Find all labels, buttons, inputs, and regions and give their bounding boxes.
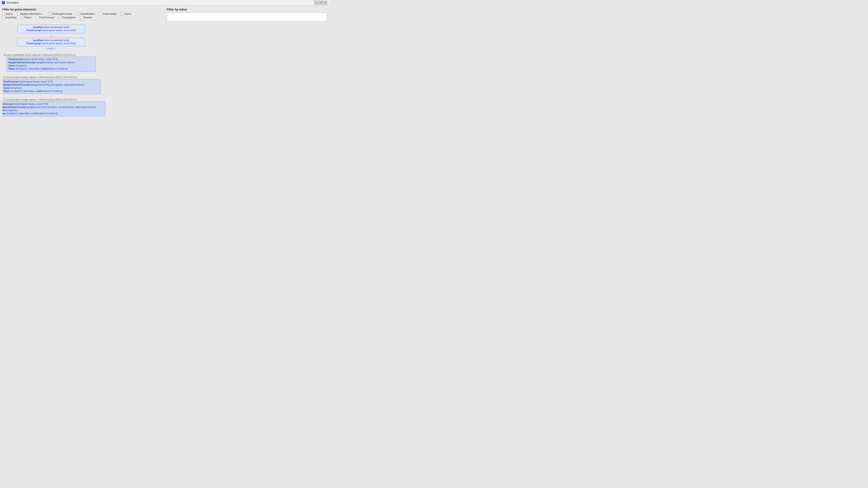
- main-content: Filter by game elements: Action BadgeCol…: [0, 5, 329, 120]
- step3-entity-game: Game: [2, 109, 5, 111]
- entity-name-pointconcept-0b: PointConcept: [26, 42, 41, 45]
- step2-data-player: {id=player1, team=false, totalMembers=0,…: [10, 90, 63, 92]
- checkbox-customdata[interactable]: CustomData: [99, 12, 116, 15]
- checkbox-reward-label: Reward: [84, 16, 92, 19]
- step2-data-badgecollection: {badgeEarned=[50-point-green], name=gree…: [30, 84, 85, 86]
- entity-data-inputdata-0: {data={sustainable=true}}: [43, 26, 69, 29]
- step2-line1: PointConcept {name=green leaves, score=7…: [3, 80, 99, 84]
- checkbox-classification[interactable]: Classification: [76, 12, 95, 15]
- step1-entity-pointconcept: PointConcept: [8, 58, 23, 61]
- checkbox-challengeconcept-label: ChallengeConcept: [52, 12, 72, 15]
- diagram-area: InputData {data={sustainable=true}} Poin…: [2, 24, 327, 117]
- filter-section: Filter by game elements: Action BadgeCol…: [2, 8, 327, 22]
- step1-entity-game: Game: [8, 64, 15, 67]
- checkbox-badgecollection[interactable]: BadgeCollectionCo...: [17, 12, 44, 15]
- node-line-pointconcept-0b: PointConcept {name=green leaves, score=7…: [19, 42, 83, 45]
- checkbox-action[interactable]: Action: [2, 12, 13, 15]
- checkbox-inputdata[interactable]: InputData: [2, 16, 17, 19]
- node-line-inputdata-0b: InputData {data={sustainable=true}}: [19, 39, 83, 42]
- entity-name-pointconcept-0: PointConcept: [26, 29, 41, 32]
- step3-data-player: {id=player1, team=false, totalMembers=0,…: [6, 112, 58, 115]
- step3-entity-pointconcept: PointConcept: [2, 103, 13, 105]
- checkbox-customdata-input[interactable]: [99, 12, 102, 15]
- step1-line3: Game {id=game1}: [8, 64, 94, 67]
- checkbox-inputdata-input[interactable]: [2, 16, 5, 19]
- step2-entity-game: Game: [3, 87, 10, 89]
- step1-data-badgecollection: {badgeEarned=[], name=green leaves}: [35, 61, 75, 64]
- title-bar: Simulation — ❐ ✕: [0, 0, 329, 5]
- minimize-button[interactable]: —: [314, 1, 318, 5]
- checkbox-badgecollection-input[interactable]: [17, 12, 20, 15]
- checkbox-game-input[interactable]: [121, 12, 124, 15]
- checkbox-propagation[interactable]: Propagation: [59, 16, 75, 19]
- node-box-step3: PointConcept {name=green leaves, score=7…: [2, 101, 105, 116]
- step1-data-game: {id=game1}: [15, 64, 27, 67]
- checkbox-action-input[interactable]: [2, 12, 5, 15]
- checkbox-game-label: Game: [124, 12, 131, 15]
- diagram-wrapper: InputData {data={sustainable=true}} Poin…: [4, 24, 326, 117]
- connector-0: ↓: [51, 34, 52, 37]
- title-bar-left: Simulation: [2, 1, 19, 4]
- step3-line4: Player {id=player1, team=false, totalMem…: [2, 112, 103, 115]
- checkbox-player[interactable]: Player: [21, 16, 31, 19]
- node-line-inputdata-0: InputData {data={sustainable=true}}: [19, 26, 83, 29]
- checkbox-reward[interactable]: Reward: [80, 16, 92, 19]
- entity-data-pointconcept-0: {name=green leaves, score=10.0}: [41, 29, 76, 32]
- checkbox-player-label: Player: [24, 16, 31, 19]
- filter-left: Filter by game elements: Action BadgeCol…: [2, 8, 162, 22]
- window-controls: — ❐ ✕: [314, 1, 327, 5]
- step1-data-player: {id=player1, team=false, totalMembers=0,…: [16, 68, 68, 70]
- step3-data-badgecollection: {badgeEarned=[50-point-green, 10-point-g…: [26, 106, 96, 108]
- close-button[interactable]: ✕: [323, 1, 327, 5]
- checkbox-pointconcept[interactable]: PointConcept: [36, 16, 54, 19]
- step2-line2: BadgeCollectionConcept {badgeEarned=[50-…: [3, 84, 99, 87]
- step3-line1: PointConcept {name=green leaves, score=7…: [2, 103, 103, 106]
- checkbox-propagation-label: Propagation: [62, 16, 75, 19]
- checkbox-inputdata-label: InputData: [6, 16, 17, 19]
- entity-data-inputdata-0b: {data={sustainable=true}}: [43, 39, 69, 41]
- step1-line1: PointConcept {name=green leaves, score=7…: [8, 58, 94, 61]
- checkbox-pointconcept-label: PointConcept: [39, 16, 54, 19]
- step1-data-pointconcept: {name=green leaves, score=70.0}: [23, 58, 58, 61]
- step2-entity-badgecollection: BadgeCollectionConcept: [3, 84, 30, 86]
- checkbox-classification-input[interactable]: [76, 12, 79, 15]
- entity-data-pointconcept-0b: {name=green leaves, score=70.0}: [41, 42, 76, 45]
- step3-data-pointconcept: {name=green leaves, score=70.0}: [13, 103, 48, 105]
- checkbox-row-2: InputData Player PointConcept Propagatio…: [2, 16, 162, 19]
- checkbox-row-1: Action BadgeCollectionCo... ChallengeCon…: [2, 12, 162, 15]
- app-icon: [2, 1, 5, 4]
- filter-value-input[interactable]: [167, 12, 327, 22]
- checkbox-action-label: Action: [6, 12, 13, 15]
- connector-2: ↓: [51, 94, 52, 98]
- restore-button[interactable]: ❐: [319, 1, 323, 5]
- step2-label: #2 10 point green badge salience:-1000 t…: [4, 98, 98, 101]
- checkbox-customdata-label: CustomData: [103, 12, 116, 15]
- filter-right-title: Filter by value:: [167, 8, 327, 11]
- filter-left-title: Filter by game elements:: [2, 8, 162, 11]
- checkbox-challengeconcept-input[interactable]: [49, 12, 51, 15]
- arrow-down-0: ↓: [51, 34, 52, 37]
- step1-label: #1 50 point green badge salience:-1000 t…: [4, 76, 98, 78]
- node-box-step1: PointConcept {name=green leaves, score=7…: [6, 57, 96, 72]
- leads-to-arrow: ↓: [51, 50, 52, 53]
- step3-line2: BadgeCollectionConcept {badgeEarned=[50-…: [2, 106, 103, 109]
- checkbox-classification-label: Classification: [80, 12, 95, 15]
- step0-label: #0 green sustainable bonus salience:1 ti…: [4, 54, 98, 56]
- checkbox-pointconcept-input[interactable]: [36, 16, 39, 19]
- step2-entity-player: Player: [3, 90, 10, 92]
- checkbox-game[interactable]: Game: [121, 12, 131, 15]
- checkbox-badgecollection-label: BadgeCollectionCo...: [21, 12, 44, 15]
- step1-entity-badgecollection: BadgeCollectionConcept: [8, 61, 35, 64]
- node-box-step2: PointConcept {name=green leaves, score=7…: [2, 79, 101, 94]
- checkbox-reward-input[interactable]: [80, 16, 83, 19]
- step3-entity-player: Player: [2, 112, 6, 115]
- connector-1: ↓: [51, 72, 52, 75]
- step2-line4: Player {id=player1, team=false, totalMem…: [3, 90, 99, 93]
- checkbox-player-input[interactable]: [21, 16, 24, 19]
- checkbox-propagation-input[interactable]: [59, 16, 61, 19]
- node-line-pointconcept-0: PointConcept {name=green leaves, score=1…: [19, 29, 83, 32]
- entity-name-inputdata-0b: InputData: [33, 39, 43, 41]
- step1-line4: Player {id=player1, team=false, totalMem…: [8, 67, 94, 70]
- filter-right: Filter by value:: [167, 8, 327, 22]
- checkbox-challengeconcept[interactable]: ChallengeConcept: [49, 12, 72, 15]
